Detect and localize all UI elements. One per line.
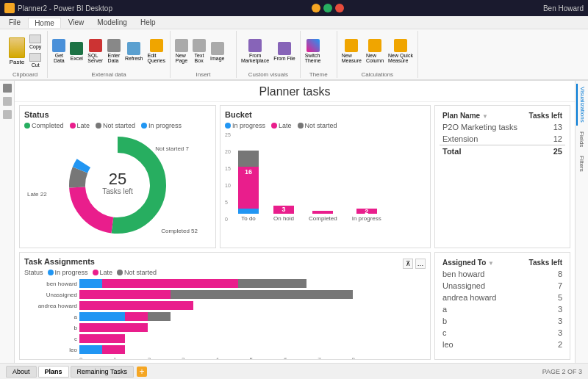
get-data-icon <box>52 39 65 52</box>
filter-icon[interactable]: ⊼ <box>403 259 413 269</box>
enter-data-icon <box>107 39 121 52</box>
tab-about[interactable]: About <box>6 366 37 378</box>
sql-button[interactable]: SQLServer <box>86 37 104 65</box>
window-controls[interactable] <box>312 4 344 12</box>
tab-remaining[interactable]: Remaining Tasks <box>71 366 134 378</box>
image-button[interactable]: Image <box>209 40 226 62</box>
task-name-leo: leo <box>24 347 77 353</box>
tab-file[interactable]: File <box>3 18 26 27</box>
plan-sort-icon[interactable]: ▼ <box>482 113 488 120</box>
tab-view[interactable]: View <box>62 18 90 27</box>
copy-button[interactable]: Copy <box>28 33 43 51</box>
get-data-button[interactable]: GetData <box>51 37 67 65</box>
sidebar-data-icon[interactable] <box>3 97 12 106</box>
inprogress-dot <box>141 123 147 129</box>
from-file-button[interactable]: From File <box>272 40 297 62</box>
bar-b-late <box>79 323 148 332</box>
assigned-row-5: b 3 <box>440 315 565 327</box>
notstarted-dot <box>96 123 101 129</box>
marketplace-label: FromMarketplace <box>241 53 269 63</box>
theme-button[interactable]: SwitchTheme <box>304 37 323 65</box>
plan-total-value: 25 <box>524 145 565 158</box>
refresh-button[interactable]: Refresh <box>123 40 145 62</box>
title-bar: Planner2 - Power BI Desktop Ben Howard <box>0 0 588 16</box>
bar-ben-inprogress <box>79 279 102 288</box>
assigned-sort-icon[interactable]: ▼ <box>488 260 494 267</box>
bucket-legend-notstarted: Not started <box>298 122 337 129</box>
right-tab-filters[interactable]: Filters <box>577 153 587 175</box>
minimize-button[interactable] <box>312 4 320 12</box>
add-tab-button[interactable]: + <box>137 367 147 377</box>
enter-data-button[interactable]: EnterData <box>106 37 122 65</box>
right-sidebar: Visualizations Fields Filters <box>575 81 588 363</box>
completed-late <box>312 211 333 214</box>
plan-total-row: Total 25 <box>440 145 565 158</box>
bar-ben-notstarted <box>238 279 306 288</box>
tab-help[interactable]: Help <box>135 18 162 27</box>
text-box-button[interactable]: TextBox <box>191 37 207 65</box>
completed-xlabel: Completed <box>309 215 337 222</box>
quick-measure-button[interactable]: New QuickMeasure <box>387 37 415 65</box>
new-measure-button[interactable]: NewMeasure <box>340 37 363 65</box>
task-row-a: a <box>24 312 426 321</box>
assigned-row-3: andrea howard 5 <box>440 292 565 303</box>
external-group-label: External data <box>51 71 167 78</box>
task-legend-late: Late <box>93 269 113 276</box>
bucket-title: Bucket <box>225 110 426 119</box>
task-late-text: Late <box>100 269 113 276</box>
image-icon <box>211 42 224 55</box>
sidebar-model-icon[interactable] <box>3 110 12 119</box>
quick-measure-icon <box>394 39 407 52</box>
tab-modeling[interactable]: Modeling <box>91 18 133 27</box>
dashboard-title: Planner tasks <box>15 81 575 102</box>
top-row: Status Completed Late Not started <box>19 105 570 248</box>
cut-button[interactable]: Cut <box>28 51 43 69</box>
cut-icon <box>29 53 41 62</box>
theme-label: SwitchTheme <box>305 53 321 63</box>
maximize-button[interactable] <box>323 4 332 12</box>
tab-plans[interactable]: Plans <box>38 366 69 378</box>
bucket-y-axis: 25 20 15 10 5 0 <box>225 132 237 222</box>
donut-container: 25 Tasks left Not started 7 Late 22 Comp… <box>24 132 211 239</box>
new-column-button[interactable]: NewColumn <box>365 37 385 65</box>
task-title-section: Task Assignments Status In progress Late <box>24 257 157 276</box>
edit-queries-button[interactable]: EditQueries <box>146 37 167 65</box>
bucket-notstarted-label: Not started <box>305 122 337 129</box>
x-0: 0 <box>79 356 82 360</box>
task-inprogress-dot <box>48 270 54 275</box>
bar-a-inprogress <box>79 312 125 321</box>
plan-panel: Plan Name ▼ Tasks left P2O Marketing tas… <box>434 105 570 248</box>
close-button[interactable] <box>335 4 344 12</box>
y-0: 0 <box>225 217 237 222</box>
theme-group-label: Theme <box>304 71 334 78</box>
task-name-b: b <box>24 325 77 331</box>
new-page-button[interactable]: NewPage <box>173 37 190 65</box>
excel-label: Excel <box>71 56 83 61</box>
todo-notstarted <box>238 151 259 167</box>
x-ticks: 0 1 2 3 4 5 6 7 8 <box>79 356 355 360</box>
bucket-bars: 16 To do 3 <box>238 132 426 222</box>
left-sidebar <box>0 81 15 363</box>
plan-name-2: Extension <box>440 133 524 145</box>
right-tab-visualizations[interactable]: Visualizations <box>576 84 587 126</box>
plan-name-header: Plan Name ▼ <box>440 110 524 121</box>
x-2: 2 <box>148 356 151 360</box>
paste-button[interactable]: Paste <box>7 36 26 67</box>
task-chart: ben howard Unassigned <box>24 279 426 360</box>
sidebar-report-icon[interactable] <box>3 84 12 93</box>
y-20: 20 <box>225 149 237 154</box>
x-8: 8 <box>352 356 355 360</box>
assigned-row-6: c 3 <box>440 327 565 339</box>
plan-table-body: P2O Marketing tasks 13 Extension 12 Tota… <box>440 121 565 157</box>
excel-button[interactable]: Excel <box>68 40 85 62</box>
dashboard-content: Status Completed Late Not started <box>15 102 575 363</box>
assigned-name-2: Unassigned <box>440 280 515 292</box>
right-tab-fields[interactable]: Fields <box>577 129 587 150</box>
tab-home[interactable]: Home <box>28 18 61 28</box>
task-status-label: Status <box>24 269 43 276</box>
new-measure-label: NewMeasure <box>342 53 362 63</box>
sql-label: SQLServer <box>87 53 103 63</box>
marketplace-button[interactable]: FromMarketplace <box>240 37 270 65</box>
more-options-icon[interactable]: … <box>415 259 426 269</box>
assigned-tasks-3: 5 <box>515 292 565 303</box>
